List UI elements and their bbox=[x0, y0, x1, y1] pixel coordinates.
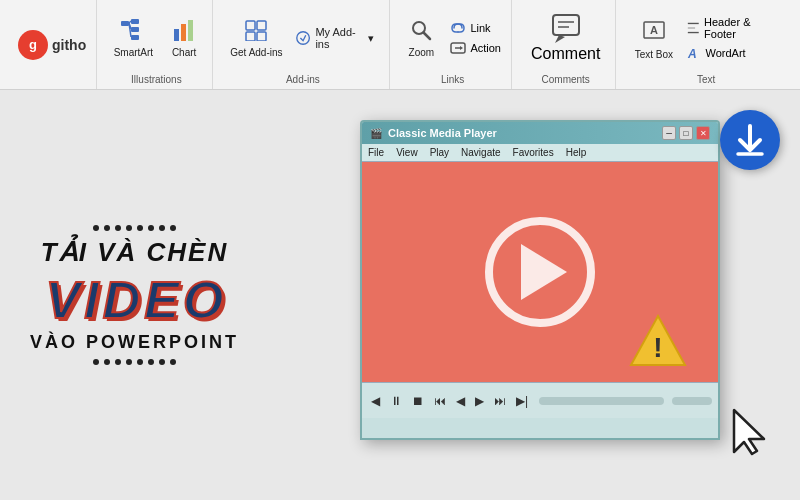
comments-section-label: Comments bbox=[542, 70, 590, 85]
fast-fwd-btn[interactable]: ⏭ bbox=[491, 392, 509, 410]
textbox-icon: A bbox=[641, 17, 667, 47]
next-frame-btn[interactable]: ▶| bbox=[513, 392, 531, 410]
minimize-button[interactable]: ─ bbox=[662, 126, 676, 140]
action-button[interactable]: Action bbox=[446, 39, 505, 57]
title-line1: TẢI VÀ CHÈN bbox=[30, 237, 239, 268]
svg-rect-7 bbox=[174, 29, 179, 41]
ribbon-section-links: Zoom Link Action bbox=[394, 0, 512, 89]
smartart-button[interactable]: SmartArt bbox=[108, 15, 159, 62]
player-title-text: Classic Media Player bbox=[388, 127, 662, 139]
warning-icon: ! bbox=[628, 313, 688, 368]
ribbon-section-comments: Comment Comments bbox=[516, 0, 616, 89]
illustrations-items: SmartArt Chart bbox=[108, 6, 205, 70]
window-controls: ─ □ ✕ bbox=[662, 126, 710, 140]
wordart-label: WordArt bbox=[706, 47, 746, 59]
player-title-icon: 🎬 bbox=[370, 128, 382, 139]
main-content: TẢI VÀ CHÈN V I D E O VÀO POWERPOINT 🎬 C… bbox=[0, 90, 800, 500]
video-letter-d: D bbox=[103, 274, 141, 326]
video-letter-e: E bbox=[144, 274, 179, 326]
wordart-button[interactable]: A WordArt bbox=[682, 44, 782, 62]
wordart-icon: A bbox=[686, 46, 702, 60]
svg-rect-9 bbox=[188, 20, 193, 41]
my-addins-icon bbox=[295, 29, 311, 47]
video-area[interactable]: ! bbox=[362, 162, 718, 382]
close-button[interactable]: ✕ bbox=[696, 126, 710, 140]
action-icon bbox=[450, 41, 466, 55]
svg-line-4 bbox=[129, 21, 131, 23]
comment-button[interactable]: Comment bbox=[523, 9, 608, 67]
prev-btn[interactable]: ⏮ bbox=[431, 392, 449, 410]
svg-rect-0 bbox=[121, 21, 129, 26]
get-addins-icon bbox=[244, 19, 268, 45]
addins-items: Get Add-ins My Add-ins ▾ bbox=[227, 6, 380, 70]
zoom-icon bbox=[410, 19, 432, 45]
svg-rect-2 bbox=[131, 27, 139, 32]
menu-play[interactable]: Play bbox=[430, 147, 449, 158]
play-triangle bbox=[521, 244, 567, 300]
svg-rect-13 bbox=[257, 32, 266, 41]
textbox-label: Text Box bbox=[635, 49, 673, 60]
textbox-button[interactable]: A Text Box bbox=[630, 13, 677, 64]
chart-button[interactable]: Chart bbox=[163, 15, 205, 62]
header-icon bbox=[686, 21, 701, 35]
smartart-icon bbox=[121, 19, 145, 45]
zoom-button[interactable]: Zoom bbox=[400, 15, 442, 62]
svg-rect-20 bbox=[553, 15, 579, 35]
svg-marker-34 bbox=[734, 410, 764, 454]
my-addins-button[interactable]: My Add-ins ▾ bbox=[290, 23, 379, 53]
chart-icon bbox=[172, 19, 196, 45]
menu-help[interactable]: Help bbox=[566, 147, 587, 158]
menu-file[interactable]: File bbox=[368, 147, 384, 158]
dots-bottom bbox=[30, 359, 239, 365]
menu-favorites[interactable]: Favorites bbox=[513, 147, 554, 158]
menu-view[interactable]: View bbox=[396, 147, 418, 158]
svg-text:A: A bbox=[650, 24, 658, 36]
link-button[interactable]: Link bbox=[446, 19, 505, 37]
my-addins-arrow: ▾ bbox=[368, 32, 374, 45]
step-back-btn[interactable]: ◀ bbox=[453, 392, 468, 410]
svg-marker-19 bbox=[460, 46, 463, 50]
video-letter-o: O bbox=[183, 274, 223, 326]
title-line3: VÀO POWERPOINT bbox=[30, 332, 239, 353]
svg-line-6 bbox=[129, 23, 131, 37]
links-section-label: Links bbox=[441, 70, 464, 85]
play-back-btn[interactable]: ◀ bbox=[368, 392, 383, 410]
link-action-group: Link Action bbox=[446, 19, 505, 57]
video-letter-v: V bbox=[46, 274, 81, 326]
ribbon-section-addins: Get Add-ins My Add-ins ▾ Add-ins bbox=[217, 0, 391, 89]
logo-text: githo bbox=[52, 37, 86, 53]
svg-marker-23 bbox=[555, 35, 565, 43]
my-addins-label: My Add-ins bbox=[315, 26, 364, 50]
left-text-block: TẢI VÀ CHÈN V I D E O VÀO POWERPOINT bbox=[30, 219, 239, 371]
play-circle bbox=[485, 217, 595, 327]
zoom-label: Zoom bbox=[409, 47, 435, 58]
comment-label: Comment bbox=[531, 45, 600, 63]
ribbon: g githo SmartArt bbox=[0, 0, 800, 90]
step-fwd-btn[interactable]: ▶ bbox=[472, 392, 487, 410]
download-icon bbox=[732, 122, 768, 158]
pause-btn[interactable]: ⏸ bbox=[387, 392, 405, 410]
ribbon-section-text: A Text Box Header & Footer A bbox=[620, 0, 792, 89]
illustrations-section-label: Illustrations bbox=[131, 70, 182, 85]
stop-btn[interactable]: ⏹ bbox=[409, 392, 427, 410]
comment-icon bbox=[551, 13, 581, 45]
progress-bar[interactable] bbox=[539, 397, 664, 405]
media-player-window: 🎬 Classic Media Player ─ □ ✕ File View P… bbox=[360, 120, 720, 440]
player-menubar: File View Play Navigate Favorites Help bbox=[362, 144, 718, 162]
menu-navigate[interactable]: Navigate bbox=[461, 147, 500, 158]
link-label: Link bbox=[470, 22, 490, 34]
logo-icon: g bbox=[18, 30, 48, 60]
video-letter-i: I bbox=[84, 274, 98, 326]
warning-badge: ! bbox=[628, 313, 688, 372]
maximize-button[interactable]: □ bbox=[679, 126, 693, 140]
get-addins-button[interactable]: Get Add-ins bbox=[227, 15, 287, 62]
get-addins-label: Get Add-ins bbox=[230, 47, 282, 58]
download-badge[interactable] bbox=[720, 110, 780, 170]
text-section-label: Text bbox=[697, 70, 715, 85]
header-footer-button[interactable]: Header & Footer bbox=[682, 14, 782, 42]
volume-slider[interactable] bbox=[672, 397, 712, 405]
links-items: Zoom Link Action bbox=[400, 6, 505, 70]
title-video: V I D E O bbox=[30, 274, 239, 326]
header-label: Header & Footer bbox=[704, 16, 778, 40]
svg-point-14 bbox=[297, 32, 310, 45]
